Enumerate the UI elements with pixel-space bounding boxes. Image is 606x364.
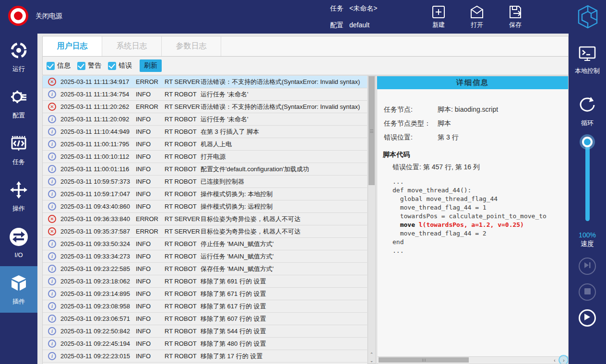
sidebar-item-io[interactable]: I/O [0, 220, 37, 266]
checkbox-checked-icon[interactable] [108, 62, 116, 70]
log-row[interactable]: i2025-03-11 10:59:17:047INFORT ROBOT操作模式… [43, 188, 367, 200]
log-time: 2025-03-11 09:23:08:958 [60, 303, 136, 310]
log-time: 2025-03-11 11:10:44:949 [60, 128, 136, 135]
log-message: 停止任务 'MAIN_赋值方式' [201, 240, 367, 247]
filter-error[interactable]: 错误 [108, 61, 132, 70]
log-source: RT ROBOT [165, 265, 201, 272]
log-time: 2025-03-11 09:33:34:273 [60, 253, 136, 260]
sidebar-item-operate[interactable]: 操作 [0, 173, 37, 220]
info-icon: i [48, 90, 56, 98]
log-row[interactable]: i2025-03-11 09:43:40:860INFORT ROBOT操作模式… [43, 200, 367, 213]
task-config-block: 任务<未命名> 配置default [330, 4, 377, 37]
open-button[interactable]: 打开 [463, 5, 491, 29]
log-row[interactable]: i2025-03-11 09:23:18:062INFORT ROBOT移除了第… [43, 275, 367, 288]
log-source: RT ROBOT [165, 128, 201, 135]
error-icon: ✕ [48, 78, 56, 86]
code-line: towardsPos = calculate_point_to_move_to [392, 212, 568, 221]
log-row[interactable]: i2025-03-11 09:23:14:895INFORT ROBOT移除了第… [43, 288, 367, 300]
log-tabs: 用户日志 系统日志 参数日志 [42, 36, 569, 57]
log-source: RT ROBOT [165, 165, 201, 173]
refresh-button[interactable]: 刷新 [140, 59, 162, 72]
script-code-header: 脚本代码 [383, 151, 568, 159]
log-row[interactable]: ✕2025-03-11 11:11:34:917ERRORRT SERVER语法… [43, 76, 367, 88]
log-row[interactable]: i2025-03-11 09:33:34:273INFORT ROBOT运行任务… [43, 250, 367, 263]
log-level: INFO [136, 240, 165, 247]
sidebar-item-task[interactable]: 任务 [0, 127, 37, 173]
log-level: INFO [136, 190, 165, 198]
vertical-scrollbar[interactable]: ⌃ ⌄ [368, 76, 376, 364]
sidebar-item-config[interactable]: 配置 [0, 80, 37, 127]
filter-warning[interactable]: 警告 [77, 61, 101, 70]
scroll-left-icon[interactable]: ‹ [551, 357, 558, 364]
log-row[interactable]: i2025-03-11 11:00:11:795INFORT ROBOT机器人上… [43, 138, 367, 151]
sidebar-item-plugin[interactable]: 插件 [0, 266, 37, 313]
log-level: INFO [136, 141, 165, 148]
checkbox-checked-icon[interactable] [77, 62, 85, 70]
log-row[interactable]: i2025-03-11 11:11:34:754INFORT ROBOT运行任务… [43, 88, 367, 101]
log-message: 打开电源 [201, 153, 367, 160]
log-row[interactable]: i2025-03-11 10:59:57:373INFORT ROBOT已连接到… [43, 176, 367, 188]
sidebar-item-run[interactable]: 运行 [0, 34, 37, 80]
log-message: 语法错误：不支持的语法格式(SyntaxError: Invalid synta… [201, 78, 367, 85]
code-line: ... [392, 177, 568, 186]
checkbox-checked-icon[interactable] [47, 62, 55, 70]
scroll-down-icon[interactable]: ⌄ [368, 357, 375, 364]
code-line: move_thread_flag_44 = 2 [392, 229, 568, 238]
log-level: INFO [136, 340, 165, 347]
tab-param-log[interactable]: 参数日志 [162, 36, 221, 56]
log-row[interactable]: ✕2025-03-11 11:11:20:262ERRORRT SERVER语法… [43, 101, 367, 113]
step-button[interactable] [579, 258, 596, 275]
log-level: INFO [136, 178, 165, 185]
speed-slider-track[interactable] [585, 143, 590, 221]
log-row[interactable]: i2025-03-11 09:22:23:015INFORT ROBOT移除了第… [43, 350, 367, 363]
log-level: INFO [136, 165, 165, 173]
field-value: 脚本: biaoding.script [438, 106, 498, 114]
log-time: 2025-03-11 10:59:57:373 [60, 178, 136, 185]
log-table: ✕2025-03-11 11:11:34:917ERRORRT SERVER语法… [42, 76, 367, 364]
log-message: 移除了第 617 行的 设置 [201, 303, 367, 310]
log-source: RT SERVER [165, 103, 201, 110]
code-line: def move_thread_44(): [392, 186, 568, 195]
play-button[interactable] [579, 309, 596, 327]
vertical-scrollbar-thumb[interactable] [368, 76, 375, 185]
log-row[interactable]: i2025-03-11 11:00:01:116INFORT ROBOT配置文件… [43, 163, 367, 176]
log-row[interactable]: ✕2025-03-11 09:36:33:840ERRORRT SERVER目标… [43, 213, 367, 225]
tab-system-log[interactable]: 系统日志 [102, 36, 162, 56]
horizontal-scrollbar-thumb[interactable] [379, 357, 469, 363]
local-control-button[interactable]: 本地控制 [569, 46, 606, 75]
horizontal-scrollbar[interactable]: ‹ › [378, 356, 568, 363]
log-row[interactable]: i2025-03-11 09:23:06:571INFORT ROBOT移除了第… [43, 313, 367, 325]
new-button[interactable]: 新建 [424, 5, 453, 29]
info-icon: i [48, 265, 56, 273]
log-row[interactable]: i2025-03-11 09:22:50:842INFORT ROBOT移除了第… [43, 325, 367, 338]
tab-user-log[interactable]: 用户日志 [43, 36, 102, 56]
log-message: 保存任务 'MAIN_赋值方式' [201, 265, 367, 272]
log-level: INFO [136, 203, 165, 210]
log-level: INFO [136, 91, 165, 98]
power-off-button[interactable] [8, 6, 28, 26]
loop-button[interactable]: 循环 [569, 96, 606, 128]
log-level: INFO [136, 315, 165, 322]
filter-info[interactable]: 信息 [47, 61, 71, 70]
stop-button[interactable] [579, 283, 596, 301]
log-row[interactable]: i2025-03-11 09:23:22:585INFORT ROBOT保存任务… [43, 263, 367, 275]
log-row[interactable]: i2025-03-11 09:22:45:194INFORT ROBOT移除了第… [43, 338, 367, 350]
scroll-up-icon[interactable]: ⌃ [368, 351, 375, 357]
log-message: 操作模式切换为: 远程控制 [201, 203, 367, 210]
log-row[interactable]: i2025-03-11 11:00:10:112INFORT ROBOT打开电源 [43, 151, 367, 163]
log-row[interactable]: i2025-03-11 11:11:20:092INFORT ROBOT运行任务… [43, 113, 367, 126]
info-icon: i [48, 128, 56, 136]
error-icon: ✕ [48, 103, 56, 111]
log-row[interactable]: i2025-03-11 11:10:44:949INFORT ROBOT在第 3… [43, 126, 367, 138]
scroll-right-icon[interactable]: › [560, 357, 568, 364]
stop-icon [584, 288, 591, 296]
save-button[interactable]: 保存 [501, 5, 530, 29]
log-level: INFO [136, 153, 165, 160]
log-row[interactable]: ✕2025-03-11 09:35:37:587ERRORRT SERVER目标… [43, 225, 367, 238]
log-row[interactable]: i2025-03-11 09:33:50:324INFORT ROBOT停止任务… [43, 238, 367, 250]
log-row[interactable]: i2025-03-11 09:23:08:958INFORT ROBOT移除了第… [43, 300, 367, 313]
script-code-block: ...def move_thread_44(): global move_thr… [392, 177, 568, 255]
speed-slider-thumb[interactable] [582, 137, 593, 147]
log-source: RT ROBOT [165, 253, 201, 260]
log-table-body: ✕2025-03-11 11:11:34:917ERRORRT SERVER语法… [43, 76, 367, 363]
